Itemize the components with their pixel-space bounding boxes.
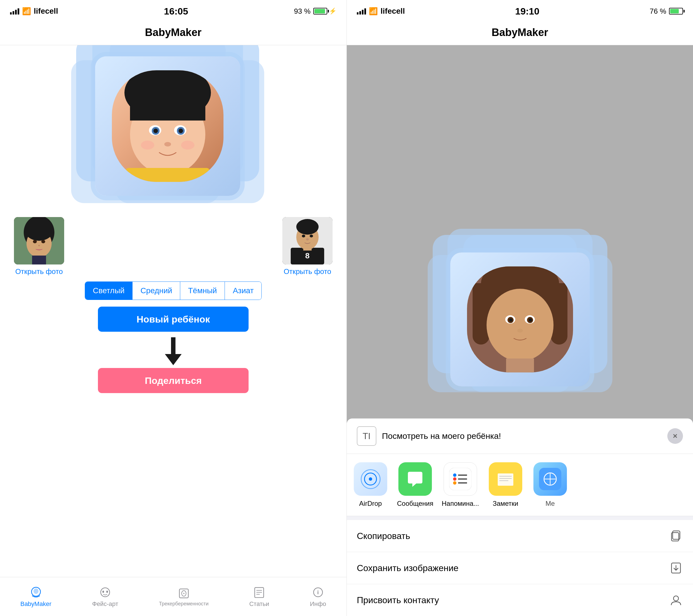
left-carrier: lifecell <box>34 7 58 16</box>
copy-label: Скопировать <box>357 531 410 541</box>
baby-face <box>112 70 223 182</box>
notes-label: Заметки <box>493 500 518 508</box>
svg-point-33 <box>101 588 110 597</box>
right-status-left: 📶 lifecell <box>357 7 405 16</box>
skin-btn-light[interactable]: Светлый <box>85 282 133 300</box>
wifi-icon: 📶 <box>22 7 31 16</box>
faceart-icon <box>98 586 113 599</box>
left-status-right: 93 % ⚡ <box>294 7 336 16</box>
left-time: 16:05 <box>164 6 188 17</box>
close-icon: × <box>673 432 677 440</box>
tab-info[interactable]: i Инфо <box>310 586 326 608</box>
arrow-down-icon <box>165 337 182 365</box>
open-photo-left[interactable]: Открыть фото <box>15 267 63 276</box>
female-photo <box>14 217 64 264</box>
svg-point-63 <box>453 477 456 481</box>
reminders-icon-svg <box>449 468 472 490</box>
new-baby-button[interactable]: Новый ребёнок <box>98 306 249 332</box>
svg-point-18 <box>41 240 45 243</box>
right-main-content: TI Посмотреть на моего ребёнка! × AirDro… <box>347 45 693 616</box>
airdrop-dot <box>369 477 372 481</box>
share-sheet: TI Посмотреть на моего ребёнка! × AirDro… <box>347 418 693 616</box>
battery-body <box>313 8 327 15</box>
svg-point-34 <box>102 591 104 593</box>
left-battery-percent: 93 % <box>294 7 311 16</box>
svg-rect-48 <box>473 283 489 344</box>
svg-point-11 <box>181 141 195 150</box>
share-close-button[interactable]: × <box>667 428 683 444</box>
share-button[interactable]: Поделиться <box>98 368 249 393</box>
right-battery-fill <box>670 9 679 14</box>
right-status-right: 76 % <box>650 7 683 16</box>
right-battery-percent: 76 % <box>650 7 666 16</box>
left-main-content: Открыть фото <box>0 45 346 577</box>
svg-point-55 <box>509 318 513 322</box>
skin-btn-dark[interactable]: Тёмный <box>180 282 225 300</box>
share-actions: Скопировать Сохранить изображение <box>347 520 693 616</box>
svg-point-9 <box>164 142 171 146</box>
share-app-notes[interactable]: Заметки <box>488 462 524 508</box>
tab-tracker-label: Трекербеременности <box>159 601 209 607</box>
tab-articles[interactable]: Статьи <box>249 586 269 608</box>
skin-buttons: Светлый Средний Тёмный Азиат <box>85 281 262 300</box>
right-status-bar: 📶 lifecell 19:10 76 % <box>347 0 693 20</box>
svg-point-16 <box>24 218 54 241</box>
left-nav-bar: BabyMaker <box>0 20 346 45</box>
share-app-more[interactable]: Me <box>532 462 568 508</box>
tab-faceart[interactable]: Фейс-арт <box>92 586 118 608</box>
right-phone-panel: 📶 lifecell 19:10 76 % BabyMaker <box>346 0 693 616</box>
skin-btn-asian[interactable]: Азиат <box>225 282 261 300</box>
share-action-copy[interactable]: Скопировать <box>347 520 693 552</box>
tab-faceart-label: Фейс-арт <box>92 600 118 608</box>
notes-app-icon <box>489 462 522 496</box>
parent-photos: Открыть фото <box>8 217 338 276</box>
airdrop-icon <box>359 468 382 490</box>
more-label: Me <box>546 500 555 508</box>
share-message-text: Посмотреть на моего ребёнка! <box>382 431 662 441</box>
svg-point-61 <box>453 473 456 477</box>
svg-text:8: 8 <box>305 251 310 260</box>
charging-icon: ⚡ <box>329 7 336 15</box>
svg-point-32 <box>34 589 39 594</box>
svg-rect-58 <box>506 358 534 373</box>
text-icon: TI <box>357 426 376 446</box>
reminders-label: Напомина... <box>442 500 479 508</box>
share-app-messages[interactable]: Сообщения <box>397 462 433 508</box>
contact-icon <box>669 593 683 607</box>
more-app-icon <box>533 462 567 496</box>
signal-bar-1 <box>10 12 12 15</box>
more-icon-svg <box>539 468 561 490</box>
baby-image-container <box>95 56 251 207</box>
svg-point-80 <box>673 596 678 601</box>
male-photo-svg: 8 <box>282 217 333 264</box>
left-parent-photo-block: Открыть фото <box>14 217 64 276</box>
messages-label: Сообщения <box>397 500 433 508</box>
signal-bar-2 <box>13 11 14 15</box>
right-time: 19:10 <box>515 6 539 17</box>
left-phone-panel: 📶 lifecell 16:05 93 % ⚡ BabyMaker <box>0 0 346 616</box>
messages-app-icon <box>398 462 432 496</box>
left-battery-icon: ⚡ <box>313 7 336 15</box>
share-app-airdrop[interactable]: AirDrop <box>352 462 389 508</box>
skin-btn-medium[interactable]: Средний <box>133 282 180 300</box>
reminders-app-icon <box>443 462 477 496</box>
right-cloud-frame <box>450 253 590 386</box>
share-action-contact[interactable]: Присвоить контакту <box>347 584 693 616</box>
right-battery-body <box>669 8 683 15</box>
right-signal-bars <box>357 8 366 15</box>
share-action-save[interactable]: Сохранить изображение <box>347 552 693 584</box>
tab-tracker[interactable]: Трекербеременности <box>159 587 209 607</box>
svg-point-7 <box>154 128 158 133</box>
share-text-row: TI Посмотреть на моего ребёнка! × <box>347 418 693 454</box>
tab-babymaker[interactable]: BabyMaker <box>20 586 51 608</box>
tab-babymaker-label: BabyMaker <box>20 600 51 608</box>
svg-point-50 <box>487 289 554 361</box>
female-photo-svg <box>14 217 64 264</box>
share-apps-row: AirDrop Сообщения <box>347 454 693 516</box>
save-icon <box>669 561 683 575</box>
svg-point-10 <box>141 141 154 150</box>
share-app-reminders[interactable]: Напомина... <box>442 462 479 508</box>
open-photo-right[interactable]: Открыть фото <box>284 267 332 276</box>
contact-label: Присвоить контакту <box>357 595 439 605</box>
male-photo: 8 <box>282 217 333 264</box>
